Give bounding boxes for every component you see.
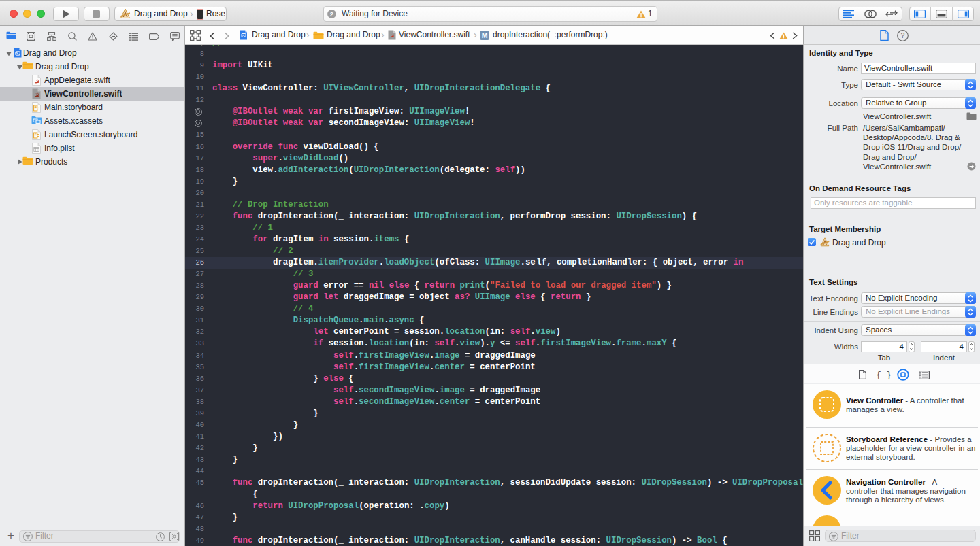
svg-text:?: ? xyxy=(900,31,904,39)
